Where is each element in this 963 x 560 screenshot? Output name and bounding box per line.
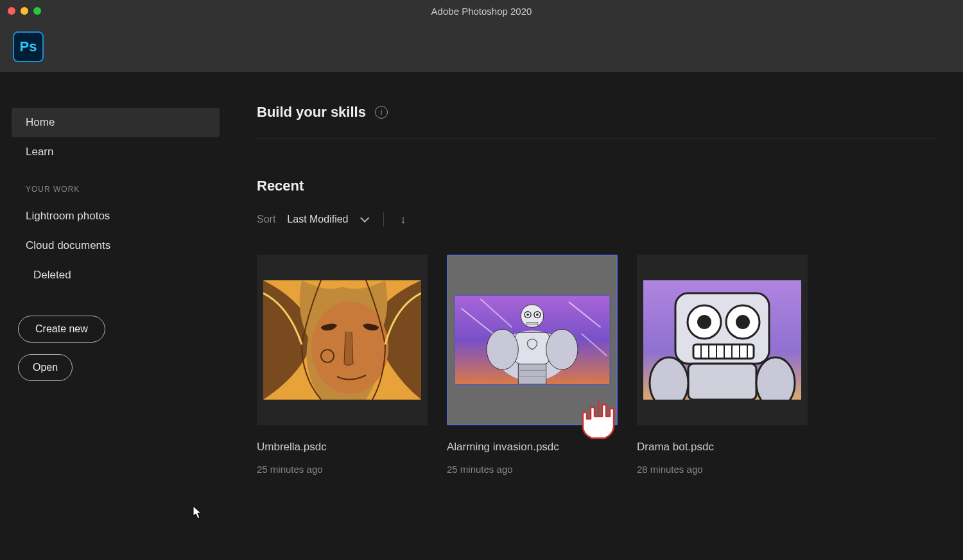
minimize-window-button[interactable] <box>21 7 28 15</box>
sidebar-item-deleted[interactable]: Deleted <box>12 260 220 290</box>
arrow-cursor-icon <box>193 505 203 520</box>
sidebar-item-label: Deleted <box>33 269 71 281</box>
window-title: Adobe Photoshop 2020 <box>431 6 532 17</box>
thumbnail-wrapper <box>447 255 618 425</box>
recent-file-card[interactable]: Drama bot.psdc 28 minutes ago <box>637 255 808 475</box>
create-new-button[interactable]: Create new <box>18 316 105 343</box>
file-name: Umbrella.psdc <box>257 441 428 454</box>
hand-cursor-icon <box>580 396 619 442</box>
main-area: Home Learn YOUR WORK Lightroom photos Cl… <box>0 72 963 560</box>
chevron-down-icon[interactable] <box>360 214 369 223</box>
svg-point-26 <box>736 315 750 329</box>
file-time: 25 minutes ago <box>257 464 428 475</box>
svg-point-37 <box>756 357 795 400</box>
recent-file-card[interactable]: Alarming invasion.psdc 25 minutes ago <box>447 255 618 475</box>
close-window-button[interactable] <box>8 7 15 15</box>
thumbnail-umbrella <box>263 280 421 400</box>
content-area: Build your skills i Recent Sort Last Mod… <box>231 72 963 560</box>
info-icon[interactable]: i <box>375 106 388 119</box>
sidebar-buttons: Create new Open <box>12 316 220 381</box>
sidebar-item-label: Learn <box>26 146 53 158</box>
sidebar-item-lightroom-photos[interactable]: Lightroom photos <box>12 201 220 231</box>
file-name: Drama bot.psdc <box>637 441 808 454</box>
svg-point-14 <box>536 314 539 316</box>
svg-rect-18 <box>518 364 546 384</box>
titlebar: Adobe Photoshop 2020 <box>0 0 963 22</box>
svg-rect-15 <box>526 322 538 325</box>
maximize-window-button[interactable] <box>33 7 41 15</box>
open-button[interactable]: Open <box>18 354 73 381</box>
svg-point-16 <box>487 329 518 369</box>
sort-value-text: Last Modified <box>287 214 348 225</box>
sidebar-item-label: Cloud documents <box>26 239 110 251</box>
sort-dropdown[interactable]: Last Modified <box>287 214 348 225</box>
sidebar-section-label: YOUR WORK <box>12 177 220 201</box>
svg-rect-9 <box>515 332 549 364</box>
toolbar: Ps <box>0 22 963 72</box>
recent-title: Recent <box>257 178 937 194</box>
file-name: Alarming invasion.psdc <box>447 441 618 454</box>
sort-label: Sort <box>257 214 275 225</box>
sidebar-item-label: Lightroom photos <box>26 210 110 222</box>
recent-file-card[interactable]: Umbrella.psdc 25 minutes ago <box>257 255 428 475</box>
sort-controls: Sort Last Modified ↓ <box>257 212 937 226</box>
thumbnail-drama-bot <box>643 280 801 400</box>
divider <box>383 212 384 226</box>
photoshop-logo-icon[interactable]: Ps <box>13 31 44 62</box>
thumbnail-wrapper <box>637 255 808 425</box>
thumbnail-wrapper <box>257 255 428 425</box>
thumbnail-alarming-invasion <box>454 295 611 385</box>
svg-point-13 <box>526 314 529 316</box>
file-time: 28 minutes ago <box>637 464 808 475</box>
sidebar-item-home[interactable]: Home <box>12 108 220 137</box>
sidebar-item-label: Home <box>26 116 55 128</box>
sidebar-item-learn[interactable]: Learn <box>12 137 220 167</box>
sort-direction-icon[interactable]: ↓ <box>401 213 406 226</box>
build-skills-title: Build your skills <box>257 104 366 121</box>
svg-point-25 <box>697 315 711 329</box>
svg-rect-35 <box>688 364 756 400</box>
svg-point-36 <box>650 357 688 400</box>
logo-text: Ps <box>20 38 37 55</box>
recent-cards: Umbrella.psdc 25 minutes ago <box>257 255 937 475</box>
sidebar: Home Learn YOUR WORK Lightroom photos Cl… <box>0 72 231 560</box>
file-time: 25 minutes ago <box>447 464 618 475</box>
traffic-lights <box>0 7 41 15</box>
build-skills-header: Build your skills i <box>257 104 937 139</box>
sidebar-item-cloud-documents[interactable]: Cloud documents <box>12 231 220 260</box>
svg-point-17 <box>546 329 578 369</box>
